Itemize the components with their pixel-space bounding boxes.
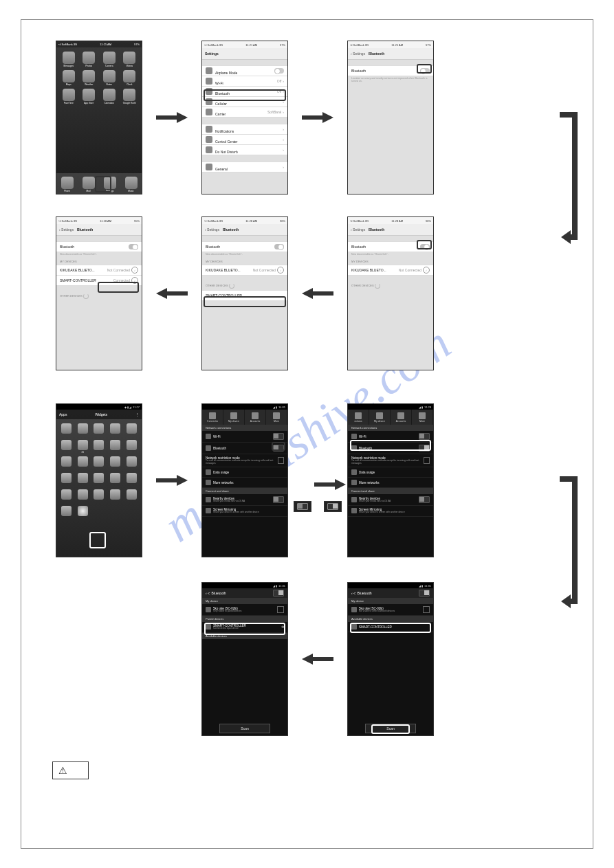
- info-icon[interactable]: i: [277, 267, 284, 274]
- app-maps[interactable]: Maps: [59, 70, 78, 86]
- bluetooth-icon: ⵦ: [353, 591, 356, 595]
- back-icon[interactable]: ‹: [206, 591, 207, 595]
- connections-icon: [209, 412, 216, 419]
- app-icon[interactable]: [58, 423, 74, 437]
- tab-accounts[interactable]: Accounts: [245, 410, 266, 425]
- phone-icon: [206, 607, 211, 612]
- row-carrier[interactable]: CarrierSoftBank ›: [202, 107, 287, 118]
- row-morenetworks[interactable]: More networks: [202, 478, 287, 488]
- app-icon[interactable]: [91, 423, 107, 437]
- app-calendars[interactable]: Calendars: [100, 89, 119, 104]
- tab-mydevice[interactable]: My device: [223, 410, 245, 425]
- app-icon[interactable]: [75, 473, 91, 487]
- app-icon[interactable]: [124, 473, 140, 487]
- app-appstore[interactable]: App Store: [80, 89, 99, 104]
- app-icon[interactable]: [107, 473, 123, 487]
- app-camera[interactable]: Camera: [100, 52, 119, 67]
- tab-widgets[interactable]: Widgets: [95, 412, 107, 416]
- app-icon[interactable]: [107, 489, 123, 503]
- app-icon[interactable]: [91, 456, 107, 470]
- tab-connections[interactable]: Connectio: [202, 410, 223, 425]
- arrow-left-icon: [300, 287, 335, 300]
- back-icon[interactable]: ‹: [351, 591, 353, 595]
- app-icon[interactable]: [91, 473, 107, 487]
- app-googleearth[interactable]: Google Earth: [120, 89, 140, 104]
- row-mirroring[interactable]: Screen MirroringShare your device's scre…: [202, 506, 287, 517]
- back-button[interactable]: ‹ Settings: [205, 227, 219, 232]
- row-general[interactable]: General›: [202, 162, 287, 173]
- row-controlcenter[interactable]: Control Center›: [202, 134, 287, 145]
- app-icon[interactable]: [58, 456, 74, 470]
- app-settings[interactable]: [75, 506, 91, 520]
- app-icon[interactable]: [124, 489, 140, 503]
- app-icon[interactable]: [124, 423, 140, 437]
- ios-bluetooth-scanning-screen: •ıl SoftBank 3G11:28 AM96% ‹ Settings Bl…: [347, 216, 434, 370]
- app-videos[interactable]: Videos: [120, 52, 140, 67]
- row-datausage[interactable]: Data usage: [202, 467, 287, 478]
- tab-more[interactable]: More: [412, 410, 433, 425]
- bluetooth-toggle[interactable]: [273, 590, 284, 597]
- app-icon[interactable]: [91, 440, 107, 454]
- app-icon[interactable]: [107, 440, 123, 454]
- row-wifi[interactable]: Wi-FiOff ›: [202, 76, 287, 87]
- menu-icon[interactable]: ⋮: [135, 412, 139, 416]
- back-button[interactable]: ‹ Settings: [59, 227, 74, 232]
- app-icon[interactable]: [124, 456, 140, 470]
- arrow-left-icon: [300, 652, 335, 666]
- app-notes[interactable]: Notes: [100, 70, 119, 86]
- row-device-kikudake[interactable]: KIKUDAKE BLUETO...Not Connectedi: [348, 265, 433, 276]
- dock-mail[interactable]: Mail: [83, 177, 95, 192]
- row-restriction[interactable]: Network restriction modeTurn off all com…: [202, 454, 287, 467]
- app-icon[interactable]: [58, 440, 74, 454]
- row-bluetooth-toggle[interactable]: Bluetooth: [56, 241, 142, 252]
- row-wifi[interactable]: Wi-Fi: [202, 431, 287, 443]
- status-bar: •ıl SoftBank 3G11:25 AM97%: [56, 41, 142, 47]
- row-nearby[interactable]: Nearby devicesShare your media files via…: [202, 494, 287, 506]
- tab-connections[interactable]: ections: [348, 410, 369, 425]
- back-button[interactable]: ‹ Settings: [351, 52, 365, 56]
- row-airplane[interactable]: Airplane Mode: [202, 65, 287, 76]
- callout-toggle-off: [294, 501, 311, 512]
- app-icon[interactable]: [58, 506, 74, 520]
- data-icon: [206, 469, 211, 475]
- row-notifications[interactable]: Notifications›: [202, 124, 287, 135]
- info-icon[interactable]: i: [131, 267, 138, 274]
- app-icon[interactable]: [124, 440, 140, 454]
- app-icon[interactable]: [91, 489, 107, 503]
- app-icon[interactable]: [58, 473, 74, 487]
- tab-accounts[interactable]: Accounts: [391, 410, 412, 425]
- status-bar: •ıl SoftBank 3G11:21 AM97%: [348, 41, 433, 48]
- app-icon[interactable]: [107, 423, 123, 437]
- app-icon[interactable]: [75, 489, 91, 503]
- app-icon[interactable]: [107, 456, 123, 470]
- app-messages[interactable]: Messages: [59, 52, 78, 67]
- controlcenter-icon: [206, 136, 212, 143]
- more-icon: [206, 480, 211, 485]
- wifi-toggle[interactable]: [273, 433, 284, 440]
- arrow-connector-icon: [556, 474, 583, 618]
- scan-button[interactable]: Scan: [219, 724, 270, 733]
- tab-more[interactable]: More: [266, 410, 287, 425]
- app-icon[interactable]: 31: [75, 440, 91, 454]
- row-device-kikudake[interactable]: KIKUDAKE BLUETO...Not Connectedi: [56, 265, 142, 276]
- app-weather[interactable]: Weather: [80, 70, 99, 86]
- app-icon[interactable]: [58, 489, 74, 503]
- app-clock[interactable]: Clock: [120, 70, 140, 86]
- app-facetime[interactable]: FaceTime: [59, 89, 78, 104]
- tab-mydevice[interactable]: My device: [369, 410, 391, 425]
- dock-music[interactable]: Music: [125, 177, 138, 192]
- row-dnd[interactable]: Do Not Disturb›: [202, 144, 287, 155]
- airplane-toggle[interactable]: [274, 68, 284, 74]
- app-icon[interactable]: [75, 456, 91, 470]
- tab-apps[interactable]: Apps: [59, 412, 67, 416]
- ios-settings-screen: •ıl SoftBank 3G11:21 AM97% Settings Airp…: [201, 41, 288, 194]
- row-mydevice[interactable]: 5ko uke (SC-02E)Not visible to other blu…: [348, 604, 433, 616]
- row-device-kikudake[interactable]: KIKUDAKE BLUETO...Not Connectedi: [202, 265, 287, 276]
- app-icon[interactable]: [75, 423, 91, 437]
- arrow-connector-icon: [556, 109, 583, 254]
- dock-phone[interactable]: Phone: [61, 177, 74, 192]
- app-photos[interactable]: Photos: [80, 52, 99, 67]
- back-button[interactable]: ‹ Settings: [351, 227, 365, 232]
- row-mydevice[interactable]: 5ko uke (SC-02E)Only visible to paired d…: [202, 604, 287, 616]
- info-icon[interactable]: i: [423, 267, 430, 274]
